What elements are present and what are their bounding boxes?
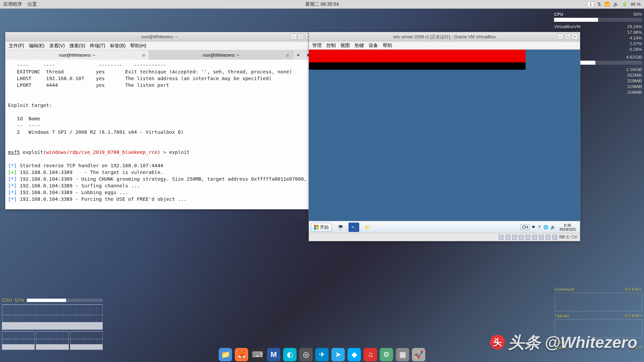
menu-tabs[interactable]: 标签(B): [110, 43, 126, 49]
vbox-statusbar: ⌨ 右 Ctrl: [309, 233, 580, 241]
guest-screen[interactable]: 开始 🖥️ >_ 📁 CH ⚑ ？ 🌐 🔊 8:35 2019/10/1: [309, 50, 580, 233]
menu-terminal[interactable]: 终端(T): [90, 43, 105, 49]
proc-pct: 17.98%: [627, 29, 642, 35]
vbox-menu-hotkey[interactable]: 热键: [355, 43, 364, 49]
mem-val: 329MiB: [627, 78, 642, 84]
dock-app-icon[interactable]: ▦: [396, 348, 409, 361]
wifi-icon[interactable]: 📶: [604, 2, 610, 7]
vbox-menu-view[interactable]: 视图: [340, 43, 350, 49]
terminal-tabs: root@Whitezero: ~⊗ root@Whitezero: ~⊗ ＋ …: [5, 50, 313, 60]
mem-val: 352MiB: [627, 72, 642, 78]
vbox-menu-manage[interactable]: 管理: [312, 43, 322, 49]
dock-metasploit-icon[interactable]: M: [267, 348, 280, 361]
battery-icon[interactable]: 🔋: [622, 2, 627, 7]
tray-volume-icon[interactable]: 🔊: [550, 225, 555, 230]
windows-logo-icon: [314, 225, 319, 230]
log-msg: 192.168.0.104:3389 - Forcing the USE of …: [17, 196, 186, 202]
network-icon[interactable]: ⇅: [597, 2, 601, 7]
powershell-icon[interactable]: >_: [348, 223, 359, 232]
vbox-title: win server 2008 r2 [正在运行] - Oracle VM Vi…: [393, 34, 495, 40]
vbox-menu-help[interactable]: 帮助: [383, 43, 392, 49]
dock-app-icon[interactable]: ◎: [299, 348, 313, 361]
start-label: 开始: [320, 224, 329, 230]
minimize-button[interactable]: –: [290, 34, 297, 40]
dock-nautilus-icon[interactable]: 📁: [219, 348, 232, 361]
close-button[interactable]: ×: [572, 34, 578, 40]
vbox-menu-device[interactable]: 设备: [369, 43, 378, 49]
status-record-icon[interactable]: [546, 235, 550, 240]
guest-clock[interactable]: 8:35 2019/10/1: [557, 223, 578, 231]
vbox-titlebar[interactable]: win server 2008 r2 [正在运行] - Oracle VM Vi…: [309, 32, 580, 42]
dock-netease-icon[interactable]: ♫: [364, 348, 377, 361]
cpu-label: CPU: [2, 298, 12, 303]
tray-network-icon[interactable]: 🌐: [543, 225, 548, 230]
term-text: ---- ---- -------- -----------: [8, 62, 169, 68]
term-text: ) > exploit: [157, 149, 190, 155]
guest-black-bar: [309, 62, 526, 70]
terminal-body[interactable]: ---- ---- -------- ----------- EXITFUNC …: [5, 60, 313, 209]
dock-app-icon[interactable]: ✈: [315, 348, 329, 361]
dock-app-icon[interactable]: ⚙: [380, 348, 393, 361]
terminal-window: root@Whitezero: ~ – □ × 文件(F) 编辑(E) 查看(V…: [5, 32, 314, 209]
tab-close-icon[interactable]: ⊗: [142, 53, 146, 58]
terminal-tab-1[interactable]: root@Whitezero: ~⊗: [5, 50, 149, 60]
server-manager-icon[interactable]: 🖥️: [335, 223, 346, 232]
menu-edit[interactable]: 编辑(E): [29, 43, 45, 49]
log-tag: [*]: [8, 183, 17, 188]
volume-icon[interactable]: 🔊: [613, 2, 619, 7]
status-display-icon[interactable]: [539, 235, 544, 240]
terminal-title: root@Whitezero: ~: [141, 34, 178, 39]
guest-taskbar: 开始 🖥️ >_ 📁 CH ⚑ ？ 🌐 🔊 8:35 2019/10/1: [309, 221, 580, 233]
log-tag: [*]: [8, 163, 17, 168]
opt-name: LPORT: [17, 82, 32, 88]
proc-name: VirtualBoxVM: [554, 24, 581, 29]
menu-view[interactable]: 查看(V): [49, 43, 65, 49]
dock-telegram-icon[interactable]: ➤: [331, 348, 345, 361]
dock-app-icon[interactable]: ◆: [347, 348, 361, 361]
proc-pct: 29.24%: [627, 24, 642, 29]
upload-rate: 0.0 KiB/s: [625, 313, 642, 318]
status-hdd-icon[interactable]: [499, 235, 503, 240]
cpu-monitor-left: CPU 52%: [2, 298, 103, 350]
tab-close-icon[interactable]: ⊗: [286, 53, 289, 58]
status-usb-icon[interactable]: [526, 235, 530, 240]
battery-percent: 95 %: [631, 2, 641, 7]
status-optical-icon[interactable]: [505, 235, 510, 240]
status-net-icon[interactable]: [519, 235, 524, 240]
dock-firefox-icon[interactable]: 🦊: [235, 348, 248, 361]
menu-applications[interactable]: 应用程序: [3, 1, 22, 7]
workspace-indicator[interactable]: 1: [587, 2, 594, 7]
status-audio-icon[interactable]: [512, 235, 517, 240]
vbox-menu-control[interactable]: 控制: [326, 43, 336, 49]
opt-name: LHOST: [17, 76, 32, 81]
opt-val: thread: [46, 69, 64, 74]
tray-flag-icon[interactable]: ⚑: [532, 225, 535, 230]
term-heading: Exploit target:: [8, 103, 52, 108]
start-button[interactable]: 开始: [311, 223, 332, 232]
tab-label: root@Whitezero: ~: [59, 53, 96, 58]
terminal-tab-2[interactable]: root@Whitezero: ~⊗: [149, 50, 293, 60]
tab-add-button[interactable]: ＋: [293, 50, 303, 60]
maximize-button[interactable]: □: [565, 34, 571, 40]
menu-search[interactable]: 搜索(S): [69, 43, 85, 49]
lang-indicator[interactable]: CH: [521, 224, 530, 230]
maximize-button[interactable]: □: [298, 34, 304, 40]
panel-clock[interactable]: 星期二 08:35:54: [305, 1, 339, 7]
hostkey-label: 右 Ctrl: [566, 235, 577, 239]
download-graph: [555, 293, 642, 311]
explorer-icon[interactable]: 📁: [362, 223, 373, 232]
menu-places[interactable]: 位置: [28, 1, 37, 7]
terminal-titlebar[interactable]: root@Whitezero: ~ – □ ×: [5, 32, 313, 42]
status-mouse-icon[interactable]: [552, 235, 557, 240]
term-text: exploit(: [20, 149, 46, 155]
menu-file[interactable]: 文件(F): [9, 43, 24, 49]
status-shared-icon[interactable]: [532, 235, 537, 240]
hostkey-indicator[interactable]: ⌨ 右 Ctrl: [559, 234, 577, 240]
minimize-button[interactable]: –: [557, 34, 563, 40]
tray-help-icon[interactable]: ？: [537, 224, 541, 230]
dock-terminal-icon[interactable]: ⌨: [251, 348, 264, 361]
dock-app-icon[interactable]: ◐: [283, 348, 297, 361]
dock-app-icon[interactable]: 🚀: [412, 348, 425, 361]
tab-label: root@Whitezero: ~: [203, 53, 239, 58]
menu-help[interactable]: 帮助(H): [130, 43, 146, 49]
